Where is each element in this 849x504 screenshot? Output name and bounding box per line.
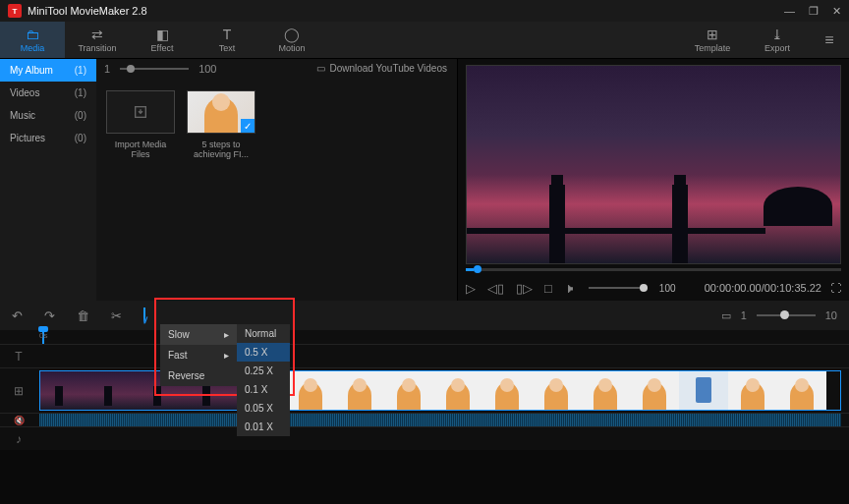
- minimize-button[interactable]: —: [784, 5, 795, 18]
- video-track[interactable]: ⊞: [0, 367, 849, 413]
- volume-slider[interactable]: [589, 287, 648, 289]
- tab-effect[interactable]: ◧Effect: [130, 22, 195, 58]
- speed-button[interactable]: [143, 308, 145, 323]
- timeline: 0s T ⊞ 🔇 ♪: [0, 330, 849, 450]
- close-button[interactable]: ✕: [832, 5, 841, 18]
- preview-controls: ▷ ◁▯ ▯▷ □ 🕨 100 00:00:00.00/00:10:35.22 …: [466, 275, 841, 301]
- youtube-icon: ▭: [316, 63, 325, 74]
- menu-item-label: Slow: [168, 329, 190, 340]
- tab-label: Export: [764, 43, 790, 53]
- hamburger-menu[interactable]: ≡: [810, 22, 849, 58]
- template-icon: ⊞: [707, 28, 718, 41]
- prev-frame-button[interactable]: ◁▯: [487, 281, 504, 296]
- ruler-mark: 0s: [39, 331, 47, 340]
- video-track-icon: ⊞: [0, 368, 37, 413]
- speed-option-normal[interactable]: Normal: [237, 324, 290, 343]
- speedometer-icon: [143, 308, 145, 324]
- media-zoom-min: 1: [104, 63, 110, 75]
- speed-menu: Slow▸ Fast▸ Reverse: [160, 324, 237, 386]
- export-button[interactable]: ⤓Export: [745, 22, 810, 58]
- download-icon: [133, 104, 148, 120]
- mute-icon[interactable]: 🔇: [0, 414, 37, 426]
- sidebar-item-videos[interactable]: Videos(1): [0, 82, 96, 104]
- sidebar-item-music[interactable]: Music(0): [0, 104, 96, 127]
- title-bar: T MiniTool MovieMaker 2.8 — ❐ ✕: [0, 0, 849, 22]
- maximize-button[interactable]: ❐: [809, 5, 819, 18]
- split-button[interactable]: ✂: [111, 308, 122, 323]
- check-icon: ✓: [241, 119, 255, 133]
- folder-icon: 🗀: [26, 28, 39, 41]
- main-toolbar: 🗀Media ⇄Transition ◧Effect TText ◯Motion…: [0, 22, 849, 59]
- timeline-ruler[interactable]: 0s: [37, 330, 849, 344]
- audio-waveform[interactable]: [39, 414, 841, 426]
- tab-motion[interactable]: ◯Motion: [259, 22, 324, 58]
- sidebar-item-count: (0): [75, 110, 86, 121]
- download-youtube-button[interactable]: ▭ Download YouTube Videos: [316, 63, 447, 74]
- undo-button[interactable]: ↶: [12, 308, 23, 323]
- speed-menu-slow[interactable]: Slow▸: [160, 324, 237, 345]
- music-track[interactable]: ♪: [0, 426, 849, 450]
- media-zoom-slider[interactable]: [120, 68, 189, 70]
- redo-button[interactable]: ↷: [44, 308, 55, 323]
- menu-item-label: Reverse: [168, 370, 204, 381]
- effect-icon: ◧: [156, 28, 169, 41]
- media-zoom-max: 100: [198, 63, 216, 75]
- play-button[interactable]: ▷: [466, 281, 476, 296]
- media-panel: 1 100 ▭ Download YouTube Videos Import M…: [96, 59, 458, 301]
- speed-option-0-25x[interactable]: 0.25 X: [237, 362, 290, 380]
- fullscreen-icon[interactable]: ⛶: [830, 282, 841, 294]
- export-icon: ⤓: [771, 28, 783, 41]
- tab-transition[interactable]: ⇄Transition: [65, 22, 130, 58]
- time-current: 00:00:00.00: [705, 282, 762, 294]
- sidebar-item-count: (1): [75, 65, 86, 76]
- sidebar-item-pictures[interactable]: Pictures(0): [0, 127, 96, 149]
- tab-label: Text: [219, 43, 236, 53]
- app-title: MiniTool MovieMaker 2.8: [28, 5, 147, 17]
- next-frame-button[interactable]: ▯▷: [516, 281, 533, 296]
- media-sidebar: My Album(1) Videos(1) Music(0) Pictures(…: [0, 59, 96, 301]
- sidebar-item-myalbum[interactable]: My Album(1): [0, 59, 96, 82]
- speed-option-0-01x[interactable]: 0.01 X: [237, 418, 290, 436]
- text-track[interactable]: T: [0, 344, 849, 367]
- music-track-icon: ♪: [0, 427, 37, 450]
- speed-option-0-1x[interactable]: 0.1 X: [237, 380, 290, 399]
- timeline-toolbar: ↶ ↷ 🗑 ✂ Slow▸ Fast▸ Reverse Normal 0.5 X…: [0, 301, 849, 330]
- media-thumbnail[interactable]: ✓: [187, 90, 255, 134]
- import-box[interactable]: [106, 90, 175, 134]
- tab-label: Template: [695, 43, 731, 53]
- audio-track[interactable]: 🔇: [0, 413, 849, 426]
- sidebar-item-label: Music: [10, 110, 35, 121]
- template-button[interactable]: ⊞Template: [680, 22, 745, 58]
- speed-option-0-05x[interactable]: 0.05 X: [237, 399, 290, 418]
- download-label: Download YouTube Videos: [329, 63, 447, 74]
- preview-video[interactable]: [466, 65, 841, 264]
- delete-button[interactable]: 🗑: [77, 308, 89, 323]
- import-media-card[interactable]: Import Media Files: [106, 90, 175, 159]
- import-label: Import Media Files: [106, 140, 175, 159]
- tab-label: Effect: [151, 43, 174, 53]
- media-item[interactable]: ✓ 5 steps to achieving FI...: [187, 90, 255, 159]
- timeline-zoom-slider[interactable]: [757, 314, 816, 316]
- stop-button[interactable]: □: [544, 281, 552, 296]
- timeline-zoom-max: 10: [825, 309, 837, 321]
- app-icon: T: [8, 4, 22, 18]
- tab-media[interactable]: 🗀Media: [0, 22, 65, 58]
- speed-menu-reverse[interactable]: Reverse: [160, 365, 237, 386]
- motion-icon: ◯: [284, 28, 300, 41]
- text-track-icon: T: [0, 345, 37, 367]
- preview-panel: ▷ ◁▯ ▯▷ □ 🕨 100 00:00:00.00/00:10:35.22 …: [458, 59, 849, 301]
- speed-option-0-5x[interactable]: 0.5 X: [237, 343, 290, 362]
- time-total: 00:10:35.22: [764, 282, 821, 294]
- tab-label: Transition: [78, 43, 116, 53]
- speed-menu-fast[interactable]: Fast▸: [160, 345, 237, 365]
- preview-scrubber[interactable]: [466, 268, 841, 271]
- text-icon: T: [223, 28, 232, 41]
- tab-text[interactable]: TText: [195, 22, 259, 58]
- volume-icon[interactable]: 🕨: [564, 281, 577, 296]
- sidebar-item-label: Videos: [10, 87, 39, 98]
- fit-button[interactable]: ▭: [721, 309, 731, 322]
- chevron-right-icon: ▸: [224, 329, 229, 340]
- transition-icon: ⇄: [91, 28, 103, 41]
- sidebar-item-label: My Album: [10, 65, 53, 76]
- timeline-zoom-min: 1: [741, 309, 747, 321]
